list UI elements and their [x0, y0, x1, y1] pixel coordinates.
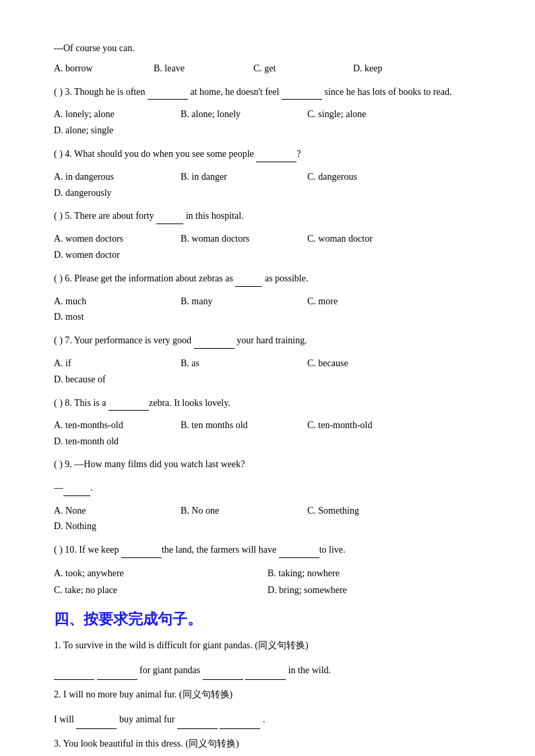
q9-sub: — . — [54, 479, 481, 496]
q7-options: A. if B. as C. because D. because of — [54, 355, 481, 388]
q3-blank1 — [148, 83, 188, 100]
q2-option-b: B. leave — [154, 61, 248, 77]
q6-option-b: B. many — [181, 294, 302, 310]
q7-text: ( ) 7. Your performance is very good you… — [54, 332, 481, 349]
q5-option-a: A. women doctors — [54, 231, 175, 247]
q10-option-b: B. taking; nowhere — [268, 565, 481, 582]
q4-option-a: A. in dangerous — [54, 169, 175, 185]
q8-option-d: D. ten-month old — [54, 434, 175, 450]
q6-text: ( ) 6. Please get the information about … — [54, 270, 481, 287]
q2-options: A. borrow B. leave C. get D. keep — [54, 61, 481, 77]
q4-blank — [256, 145, 296, 162]
q3-options: A. lonely; alone B. alone; lonely C. sin… — [54, 106, 481, 139]
q10-option-a: A. took; anywhere — [54, 565, 268, 582]
q5-option-b: B. woman doctors — [181, 231, 302, 247]
q5-blank — [156, 207, 183, 224]
s4q1-prompt: 1. To survive in the wild is difficult f… — [54, 638, 481, 654]
q9-option-b: B. No one — [181, 503, 302, 519]
q5-options: A. women doctors B. woman doctors C. wom… — [54, 231, 481, 263]
intro-line: ---Of course you can. — [54, 40, 481, 57]
q8-text: ( ) 8. This is a zebra. It looks lovely. — [54, 394, 481, 411]
q4-options: A. in dangerous B. in danger C. dangerou… — [54, 169, 481, 201]
q4-option-c: C. dangerous — [307, 169, 429, 185]
q7-option-d: D. because of — [54, 372, 175, 388]
q10-text: ( ) 10. If we keep the land, the farmers… — [54, 541, 481, 558]
q3-option-c: C. single; alone — [307, 106, 429, 123]
q4-option-d: D. dangerously — [54, 185, 175, 201]
q6-option-a: A. much — [54, 294, 175, 310]
q5-text: ( ) 5. There are about forty in this hos… — [54, 207, 481, 224]
q9-options: A. None B. No one C. Something D. Nothin… — [54, 503, 481, 535]
q10-options: A. took; anywhere B. taking; nowhere C. … — [54, 565, 481, 598]
q9-blank — [63, 479, 90, 496]
q7-option-b: B. as — [181, 355, 302, 372]
q3-option-b: B. alone; lonely — [181, 106, 302, 123]
q2-option-d: D. keep — [353, 61, 447, 77]
q9-option-d: D. Nothing — [54, 518, 175, 535]
q9-option-c: C. Something — [307, 503, 429, 519]
q10-blank2 — [279, 541, 319, 558]
q4-option-b: B. in danger — [181, 169, 302, 185]
q2-option-c: C. get — [253, 61, 348, 77]
q10-option-c: C. take; no place — [54, 582, 268, 598]
section4-title: 四、按要求完成句子。 — [54, 609, 481, 629]
q5-option-c: C. woman doctor — [307, 231, 429, 247]
q9-text: ( ) 9. —How many films did you watch las… — [54, 456, 481, 473]
s4q2-prompt: 2. I will no more buy animal fur. (同义句转换… — [54, 687, 481, 703]
s4q3-prompt: 3. You look beautiful in this dress. (同义… — [54, 736, 481, 752]
q8-options: A. ten-months-old B. ten months old C. t… — [54, 417, 481, 450]
q8-option-b: B. ten months old — [181, 417, 302, 434]
q5-option-d: D. women doctor — [54, 247, 175, 263]
q9-option-a: A. None — [54, 503, 175, 519]
q3-text: ( ) 3. Though he is often at home, he do… — [54, 83, 481, 100]
q7-option-c: C. because — [307, 355, 429, 372]
q8-option-a: A. ten-months-old — [54, 417, 175, 434]
q3-option-a: A. lonely; alone — [54, 106, 175, 123]
s4q1-answer: for giant pandas in the wild. — [54, 660, 481, 680]
q10-blank1 — [121, 541, 162, 558]
q6-options: A. much B. many C. more D. most — [54, 294, 481, 326]
q6-option-c: C. more — [307, 294, 429, 310]
q6-option-d: D. most — [54, 309, 175, 325]
q3-option-d: D. alone; single — [54, 123, 175, 139]
s4q2-answer: I will buy animal fur . — [54, 710, 481, 729]
q4-text: ( ) 4. What should you do when you see s… — [54, 145, 481, 162]
q3-blank2 — [282, 83, 322, 100]
q8-option-c: C. ten-month-old — [307, 417, 429, 434]
q7-blank — [194, 332, 234, 349]
q7-option-a: A. if — [54, 355, 175, 372]
q2-option-a: A. borrow — [54, 61, 148, 77]
q10-option-d: D. bring; somewhere — [268, 582, 481, 598]
q6-blank — [235, 270, 262, 287]
q8-blank — [108, 394, 149, 411]
